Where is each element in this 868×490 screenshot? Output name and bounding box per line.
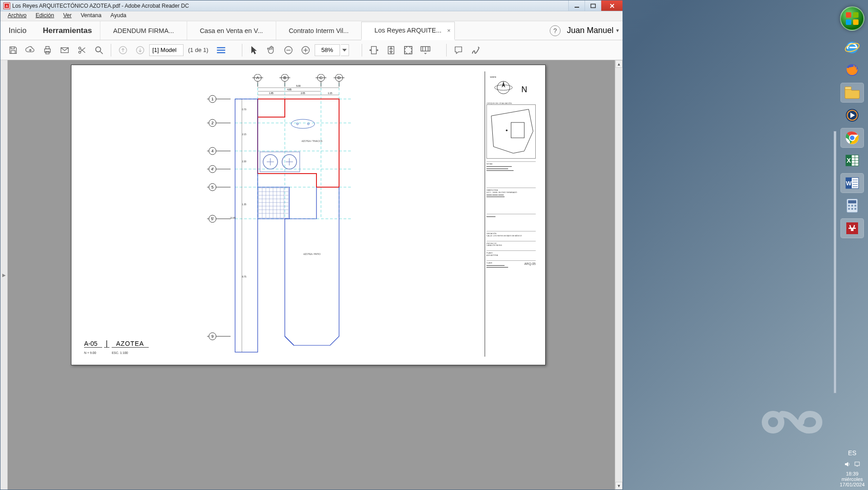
close-button[interactable]: [601, 0, 623, 11]
thumbnails-icon[interactable]: [213, 42, 229, 58]
svg-text:AZOTEA / TINACOS: AZOTEA / TINACOS: [302, 140, 323, 142]
scroll-up-icon[interactable]: ▲: [615, 60, 623, 68]
hand-pan-icon[interactable]: [263, 42, 279, 58]
svg-rect-9: [46, 46, 49, 49]
ubicacion-block: UBICACIÓNCALLE: LOS REYES ESTADO DE MÉXI…: [486, 231, 536, 237]
help-icon[interactable]: ?: [550, 25, 561, 36]
close-tab-icon[interactable]: ×: [447, 27, 451, 34]
svg-text:2.05: 2.05: [301, 92, 305, 94]
file-explorer-icon[interactable]: [841, 83, 863, 102]
doc-tab-2[interactable]: Contrato Interm Vil...: [276, 21, 362, 40]
zoom-out-icon[interactable]: [280, 42, 297, 58]
sheet-name-label: AZOTEA: [112, 340, 149, 348]
svg-rect-171: [854, 205, 856, 207]
caret-down-icon: ▼: [615, 28, 620, 33]
doc-tab-label: Contrato Interm Vil...: [289, 27, 349, 34]
plano-block: PLANOA-05 AZOTEA: [486, 250, 536, 257]
zoom-in-icon[interactable]: [297, 42, 314, 58]
doc-tab-1[interactable]: Casa en Venta en V...: [187, 21, 276, 40]
word-icon[interactable]: W: [841, 174, 863, 193]
acrobat-icon[interactable]: [841, 219, 863, 238]
scale-label: ESC. 1:100: [112, 351, 128, 354]
location-sketch: [486, 104, 536, 159]
vertical-scrollbar[interactable]: ▲ ▼: [615, 60, 623, 490]
page-label-input[interactable]: [149, 44, 184, 56]
comment-icon[interactable]: [450, 42, 467, 58]
doc-tab-label: Los Reyes ARQUITE...: [374, 27, 441, 34]
menu-ventana[interactable]: Ventana: [76, 11, 106, 21]
svg-rect-64: [260, 152, 300, 172]
select-cursor-icon[interactable]: [246, 42, 262, 58]
cloud-upload-icon[interactable]: [22, 42, 38, 58]
level-label: N + 9.00: [84, 351, 96, 354]
svg-point-177: [765, 414, 781, 430]
svg-rect-26: [371, 46, 376, 54]
print-icon[interactable]: [39, 42, 56, 58]
start-button[interactable]: [840, 6, 864, 31]
zoom-dropdown-icon[interactable]: [341, 44, 349, 56]
excel-icon[interactable]: X: [841, 151, 863, 170]
search-icon[interactable]: [91, 42, 107, 58]
svg-point-140: [506, 129, 508, 131]
menu-archivo[interactable]: Archivo: [3, 11, 31, 21]
menubar: Archivo Edición Ver Ventana Ayuda: [0, 11, 623, 21]
maximize-button[interactable]: [585, 0, 601, 11]
floor-plan-drawing: A B C D 1 2 4 4' 5 5': [181, 74, 407, 354]
document-viewport[interactable]: A B C D 1 2 4 4' 5 5': [8, 60, 623, 490]
svg-text:W: W: [846, 180, 852, 187]
svg-point-13: [79, 51, 81, 53]
titlebar: A Los Reyes ARQUITECTÓNICO AZOTEA.pdf - …: [0, 0, 623, 11]
svg-text:4: 4: [211, 149, 213, 153]
next-page-icon[interactable]: [132, 42, 148, 58]
doc-tab-3[interactable]: Los Reyes ARQUITE... ×: [361, 22, 454, 40]
nav-pane-toggle[interactable]: ▶: [0, 60, 8, 490]
svg-rect-142: [853, 12, 859, 18]
svg-rect-144: [853, 19, 859, 25]
volume-icon[interactable]: [844, 461, 850, 467]
ie-icon[interactable]: [841, 38, 863, 57]
system-tray[interactable]: ES 18:39 miércoles 17/01/2024: [838, 449, 866, 487]
svg-point-62: [297, 123, 298, 125]
chrome-icon[interactable]: [841, 128, 863, 147]
window-controls: [568, 0, 623, 11]
sponsors-block: ▬▬▬▬▬: [486, 214, 536, 227]
fullscreen-icon[interactable]: [400, 42, 416, 58]
scissors-icon[interactable]: [74, 42, 90, 58]
fit-page-icon[interactable]: [383, 42, 399, 58]
pdf-icon: A: [3, 2, 10, 9]
svg-text:2.15: 2.15: [242, 133, 246, 136]
herramientas-button[interactable]: Herramientas: [35, 21, 100, 40]
svg-rect-143: [846, 19, 851, 25]
menu-ayuda[interactable]: Ayuda: [106, 11, 131, 21]
minimize-button[interactable]: [568, 0, 585, 11]
sign-icon[interactable]: [467, 42, 484, 58]
svg-text:N: N: [521, 85, 527, 94]
menu-edicion[interactable]: Edición: [31, 11, 59, 21]
save-icon[interactable]: [5, 42, 21, 58]
svg-rect-7: [11, 50, 15, 53]
action-center-icon[interactable]: [854, 461, 860, 467]
email-icon[interactable]: [57, 42, 73, 58]
svg-rect-44: [235, 99, 258, 352]
user-menu[interactable]: Juan Manuel ▼: [567, 26, 623, 35]
read-mode-icon[interactable]: [417, 42, 434, 58]
media-player-icon[interactable]: [841, 106, 863, 125]
zoom-input[interactable]: [315, 44, 340, 56]
menu-ver[interactable]: Ver: [59, 11, 76, 21]
inicio-button[interactable]: Inicio: [0, 21, 35, 40]
scroll-down-icon[interactable]: ▼: [615, 482, 623, 490]
prev-page-icon[interactable]: [115, 42, 131, 58]
svg-point-63: [307, 123, 309, 125]
fit-width-icon[interactable]: [366, 42, 382, 58]
doc-tab-0[interactable]: ADENDUM FIRMA...: [100, 21, 187, 40]
firefox-icon[interactable]: [841, 61, 863, 80]
calculator-icon[interactable]: [841, 196, 863, 215]
svg-line-45: [285, 336, 294, 345]
language-indicator[interactable]: ES: [838, 449, 866, 457]
clock-date: 17/01/2024: [838, 482, 866, 487]
svg-text:5: 5: [211, 185, 213, 189]
svg-text:9: 9: [211, 334, 213, 339]
axis-B: B: [279, 74, 290, 87]
svg-rect-6: [11, 47, 14, 49]
svg-text:4.85: 4.85: [287, 88, 292, 91]
